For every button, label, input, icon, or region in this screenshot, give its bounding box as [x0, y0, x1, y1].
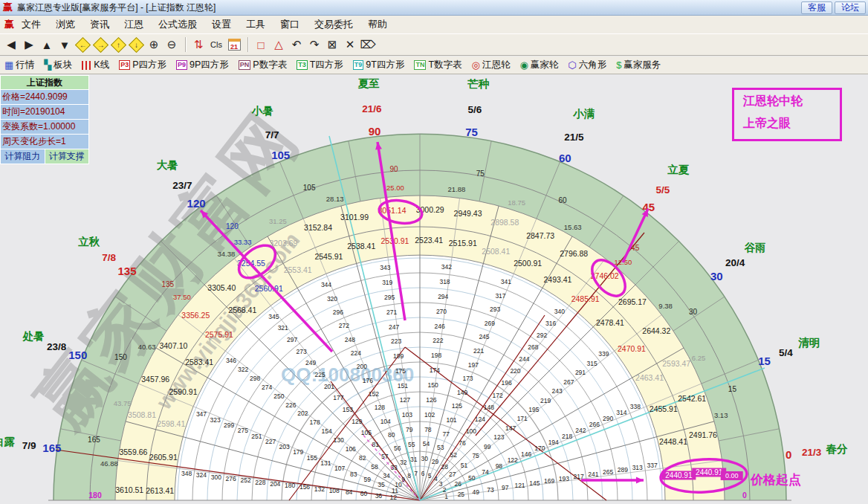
menu-item-江恩[interactable]: 江恩	[124, 19, 143, 30]
shift-left-icon[interactable]: ←	[74, 36, 91, 53]
day-count-label: 249	[305, 359, 316, 366]
day-count-label: 130	[334, 436, 344, 444]
day-count-label: 51	[461, 462, 468, 469]
ribbon-item-sectors[interactable]: ▚板块	[44, 59, 72, 71]
t-number-table-label: T数字表	[428, 59, 461, 71]
menu-item-浏览[interactable]: 浏览	[56, 19, 75, 30]
calendar-icon[interactable]: 21	[226, 36, 242, 53]
baseline-0-label: 0	[742, 491, 747, 500]
day-count-label: 344	[321, 281, 331, 288]
ribbon-item-9t-square[interactable]: T99T四方形	[353, 59, 405, 71]
price-label: 3305.40	[207, 283, 236, 292]
zoom-in-icon[interactable]: ⊕	[146, 36, 162, 53]
day-count-label: 295	[384, 294, 395, 301]
day-count-label: 52	[450, 451, 457, 459]
menu-item-窗口[interactable]: 窗口	[280, 19, 299, 30]
band-degree-label: 15	[728, 385, 737, 393]
shift-right-icon[interactable]: →	[92, 36, 108, 53]
degree-label: 165	[42, 442, 61, 454]
ribbon-item-kline[interactable]: K线	[82, 59, 109, 71]
quotes-icon: ▦	[4, 60, 13, 70]
day-count-label: 34	[383, 472, 390, 479]
rect-tool-icon[interactable]: □	[253, 36, 269, 53]
day-count-label: 81	[372, 441, 380, 448]
nav-down-icon[interactable]: ▼	[56, 36, 73, 53]
day-count-label: 269	[485, 320, 495, 327]
box-x-icon[interactable]: ⊠	[324, 36, 340, 53]
t-square-icon: T3	[297, 60, 308, 70]
9p-square-icon: P9	[176, 60, 187, 70]
day-count-label: 131	[320, 459, 331, 467]
nav-left-icon[interactable]: ◀	[3, 36, 19, 53]
day-count-label: 241	[588, 471, 598, 478]
shift-up-icon[interactable]: ↑	[110, 36, 126, 53]
toolbar-separator	[185, 37, 187, 52]
day-count-label: 82	[359, 454, 366, 462]
day-count-label: 177	[333, 394, 343, 401]
forum-button[interactable]: 论坛	[835, 1, 866, 14]
day-count-label: 102	[424, 411, 435, 419]
ribbon-item-winner-service[interactable]: $赢家服务	[616, 59, 661, 71]
menu-item-设置[interactable]: 设置	[212, 19, 231, 30]
collapse-icon[interactable]: ✕	[342, 36, 358, 53]
shift-down-icon[interactable]: ↓	[128, 36, 144, 53]
day-count-label: 8	[407, 472, 411, 479]
gann-wheel-canvas[interactable]: 赢家财富网www.yingjia360.comQQ:10080036012345…	[0, 75, 868, 504]
ribbon-item-gann-wheel[interactable]: ◎江恩轮	[472, 59, 511, 71]
menu-item-文件[interactable]: 文件	[22, 19, 41, 30]
ribbon-item-hexagon[interactable]: ⬡六角形	[568, 59, 606, 71]
menu-item-公式选股[interactable]: 公式选股	[158, 19, 197, 30]
day-count-label: 73	[487, 486, 494, 494]
calc-support-button[interactable]: 计算支撑	[45, 149, 89, 164]
day-count-label: 83	[350, 471, 357, 478]
band-degree-label: 75	[476, 169, 485, 178]
ribbon-item-winner-wheel[interactable]: ◉赢家轮	[519, 59, 558, 71]
day-count-label: 99	[484, 443, 491, 450]
ribbon-item-quotes[interactable]: ▦行情	[4, 59, 34, 71]
day-count-label: 347	[196, 410, 207, 418]
panel-row: 周天变化步长=1	[1, 135, 88, 149]
triangle-tool-icon[interactable]: △	[271, 36, 287, 53]
day-count-label: 297	[287, 336, 297, 343]
day-count-label: 203	[279, 443, 290, 450]
arc-cw-icon[interactable]: ↷	[306, 36, 323, 53]
band-degree-label: 60	[558, 196, 567, 204]
arc-ccw-icon[interactable]: ↶	[288, 36, 305, 53]
nav-up-icon[interactable]: ▲	[39, 36, 55, 53]
nav-right-icon[interactable]: ▶	[21, 36, 37, 53]
ribbon-item-t-square[interactable]: T3T四方形	[297, 59, 343, 71]
date-label: 20/4	[725, 257, 745, 268]
degree-label: 90	[369, 125, 381, 138]
ribbon-item-9p-square[interactable]: P99P四方形	[176, 59, 229, 71]
price-label: 3610.51	[115, 485, 143, 494]
calc-resistance-button[interactable]: 计算阻力	[1, 149, 45, 164]
ribbon-item-p-square[interactable]: P3P四方形	[119, 59, 166, 71]
date-label: 5/6	[468, 104, 482, 115]
menu-item-工具[interactable]: 工具	[246, 19, 265, 30]
price-label: 2493.41	[543, 275, 571, 284]
menu-item-资讯[interactable]: 资讯	[90, 19, 109, 30]
menu-item-帮助[interactable]: 帮助	[368, 19, 387, 30]
degree-label: 60	[559, 152, 571, 164]
zoom-out-icon[interactable]: ⊖	[163, 36, 180, 53]
ribbon-item-p-number-table[interactable]: PNP数字表	[239, 59, 287, 71]
customer-service-button[interactable]: 客服	[801, 1, 832, 14]
eraser-icon[interactable]: ⌦	[360, 36, 376, 53]
date-label: 7/8	[102, 252, 116, 263]
price-label: 3051.14	[378, 206, 407, 215]
menu-bar: 赢 文件浏览资讯江恩公式选股设置工具窗口交易委托帮助	[0, 16, 868, 33]
date-label: 5/5	[656, 184, 670, 196]
updown-icon[interactable]: ⇅	[190, 36, 207, 53]
menu-item-交易委托[interactable]: 交易委托	[314, 19, 353, 30]
cls-button[interactable]: Cls	[208, 36, 224, 53]
day-count-label: 275	[238, 427, 248, 434]
price-label: 2613.41	[146, 486, 174, 495]
day-count-label: 175	[395, 367, 406, 375]
day-count-label: 200	[357, 363, 367, 370]
p-square-icon: P3	[119, 60, 130, 70]
ribbon-item-t-number-table[interactable]: TNT数字表	[414, 59, 461, 71]
day-count-label: 25	[458, 491, 465, 498]
price-label: 2523.41	[415, 236, 443, 245]
window-title: 赢家江恩专业版[赢家服务平台] - [上证指数 江恩轮]	[17, 1, 216, 14]
pct-origin-cell: 0.00	[725, 472, 739, 479]
